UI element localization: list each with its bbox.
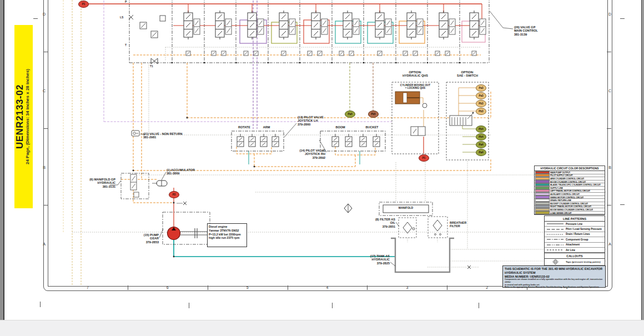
color-swatch (535, 205, 550, 208)
color-legend-label: BOOM SWING CYLINDER CONTROL CIRCUIT (550, 208, 593, 211)
info-heading-line: HYDRAULIC SYSTEM (505, 271, 603, 275)
color-legend-label: LOAD SENSE CIRCUIT (550, 212, 572, 214)
tap-icon (552, 259, 559, 265)
line-pattern-sample (545, 248, 566, 252)
label-arm: ARM (258, 126, 275, 129)
line-pattern-row: Air Line (545, 248, 605, 253)
line-pattern-rows: Pressure LinePilot / Load Sensing Pressu… (545, 222, 605, 253)
color-legend-rows: MAIN PUMP OUTPUTPILOT SUPPLY CIRCUITARM … (535, 171, 605, 214)
label-filter-oil: (8) FILTER AS OIL 379-2851 (366, 218, 395, 228)
label-rotate: ROTATE (233, 126, 255, 129)
label-non-return: (21) VALVE - NON RETURN 381-2981 (143, 132, 190, 139)
color-swatch (535, 174, 550, 177)
port-oval-sae-7: Pa4 (476, 141, 486, 148)
port-oval-sae-3: Pb3 (476, 100, 486, 107)
color-swatch (535, 208, 550, 211)
line-pattern-row: Attachment (545, 243, 605, 248)
label-pump-gear: (15) PUMP GEAR 379-2853 (133, 233, 159, 244)
color-swatch (535, 177, 550, 180)
color-legend-label: MAIN PUMP OUTPUT (550, 171, 570, 174)
label-option-qhs: OPTION: HYDRAULIC QHS (392, 71, 439, 78)
label-manifold: MANIFOLD (383, 207, 429, 210)
color-legend-label: SUPPLY LINE (550, 187, 563, 189)
callouts-title: CALLOUTS (545, 253, 605, 259)
window-edge-right (642, 0, 644, 320)
label-option-sae: OPTION: SAE - SWITCH (446, 71, 489, 78)
label-boom: BOOM (330, 126, 350, 129)
port-oval-sae-4: Pb3 (476, 108, 486, 115)
line-pattern-label: Air Line (566, 249, 575, 252)
line-pattern-sample (545, 238, 566, 241)
port-label-p: P (125, 0, 127, 3)
joystick-spools (237, 134, 380, 147)
label-valve-gp: (26) VALVE GP MAIN CONTROL 381-3139 (514, 26, 553, 36)
line-pattern-sample (545, 233, 566, 236)
line-pattern-label: Pressure Line (566, 223, 582, 225)
line-pattern-sample (545, 228, 566, 231)
color-legend-row: LOAD SENSE CIRCUIT (535, 212, 605, 215)
info-box-heading: THIS SCHEMATIC IS FOR THE 301.4D MINI HY… (505, 267, 603, 278)
media-number-tag: UENR2133-02 24 Page, (Dimensions: 34 inc… (14, 25, 33, 208)
label-bucket: BUCKET (361, 126, 383, 129)
label-accumulator: (1) ACCUMULATOR 381-3869 (167, 168, 201, 175)
color-swatch (535, 183, 550, 186)
port-oval-sae-6: Pb4 (476, 133, 486, 141)
line-pattern-table: LINE PATTERNS Pressure LinePilot / Load … (544, 215, 605, 273)
color-legend-label: PILOT SUPPLY CIRCUIT (550, 174, 573, 177)
color-legend-label: AUXILIARY CONTROL CIRCUIT (550, 193, 580, 195)
pdf-viewer-window: 7654321 DCBA DCBA (0, 0, 644, 336)
label-breather: BREATHER FILTER (450, 221, 473, 228)
color-legend-label: SWING MOTOR CONTROL CIRCUIT (550, 196, 583, 199)
line-pattern-sample (545, 243, 566, 247)
media-number-title: UENR2133-02 (14, 25, 25, 208)
line-pattern-row: Drain / Return Lines (545, 232, 605, 237)
port-oval-sae-5: Pb4 (476, 126, 486, 133)
engine-spec-box: Diesel engine Yanmar 3TNV76-SNS2 P=13,2 … (207, 223, 247, 247)
callout-icon-cell (545, 259, 566, 265)
label-qhs-note: CYLINDER MOVING OUT = LOCKING QHS (393, 84, 437, 90)
label-pilot-rh: (14) PILOT VALVE JOYSTICK RH 379-2892 (293, 149, 325, 159)
line-pattern-label: Drain / Return Lines (566, 233, 590, 235)
line-pattern-sample (545, 222, 566, 225)
color-legend-label: BLADE / TELESCOPIC CYLINDER CONTROL CIRC… (550, 183, 601, 186)
color-swatch (535, 211, 550, 214)
color-legend-label: BUCKET CYLINDER CONTROL CIRCUIT (550, 202, 588, 205)
port-oval-sae-8: Pa4 (476, 149, 486, 156)
color-swatch (535, 171, 550, 174)
port-label-t: T (125, 43, 127, 47)
info-heading-line: MEDIA NUMBER: UENR2133-02 (505, 275, 603, 279)
color-legend-label: LEFT TRAVEL MOTOR CONTROL CIRCUIT (550, 189, 590, 192)
callout-label: Taps (pressure testing points) (566, 260, 601, 263)
port-oval-sae-1: Pa3 (476, 84, 486, 92)
color-swatch (535, 193, 550, 195)
color-swatch (535, 189, 550, 192)
schematic-info-box: THIS SCHEMATIC IS FOR THE 301.4D MINI HY… (502, 265, 606, 288)
color-legend-title: HYDRAULIC CIRCUIT COLOR DESCRIPTIONS (535, 166, 605, 171)
info-body-line: Refer to the appropriate Service Manual … (505, 286, 603, 289)
port-oval-p2: P2 (169, 191, 179, 198)
color-legend-label: BOOM CYLINDER CONTROL CIRCUIT (550, 180, 586, 183)
page-navigation-toolbar: 2 / 2 (0, 320, 644, 336)
color-legend-table: HYDRAULIC CIRCUIT COLOR DESCRIPTIONS MAI… (534, 166, 605, 215)
color-legend-label: DRAIN / RETURN LINE (550, 199, 571, 202)
info-body-line: Components are shown installed on a full… (505, 278, 603, 283)
window-edge-left-line (3, 0, 4, 320)
line-pattern-row: Component Group (545, 237, 605, 242)
label-manifold-gp: (6) MANIFOLD GP HYDRAULIC 381-3131 (81, 178, 115, 188)
info-heading-line: THIS SCHEMATIC IS FOR THE 301.4D MINI HY… (505, 267, 603, 271)
port-label-t1: T1 (150, 64, 153, 68)
line-pattern-label: Pilot / Load Sensing Pressure (566, 228, 602, 230)
line-pattern-label: Component Group (566, 238, 588, 241)
label-tank: (17) TANK AS HYDRAULIC 379-2825 (360, 254, 390, 265)
color-swatch (535, 187, 550, 189)
line-pattern-label: Attachment (566, 243, 580, 246)
line-pattern-row: Pilot / Load Sensing Pressure (545, 227, 605, 232)
callout-row: Taps (pressure testing points) (545, 259, 605, 265)
port-oval-pa4: Pa4 (345, 111, 355, 118)
valve-spools (184, 11, 486, 56)
port-label-ls: LS (120, 16, 123, 19)
port-oval-p1: P1 (78, 1, 89, 8)
line-pattern-title: LINE PATTERNS (545, 216, 605, 222)
media-number-subtitle: 24 Page, (Dimensions: 34 inches x 28 inc… (25, 25, 30, 208)
color-swatch (535, 195, 550, 198)
